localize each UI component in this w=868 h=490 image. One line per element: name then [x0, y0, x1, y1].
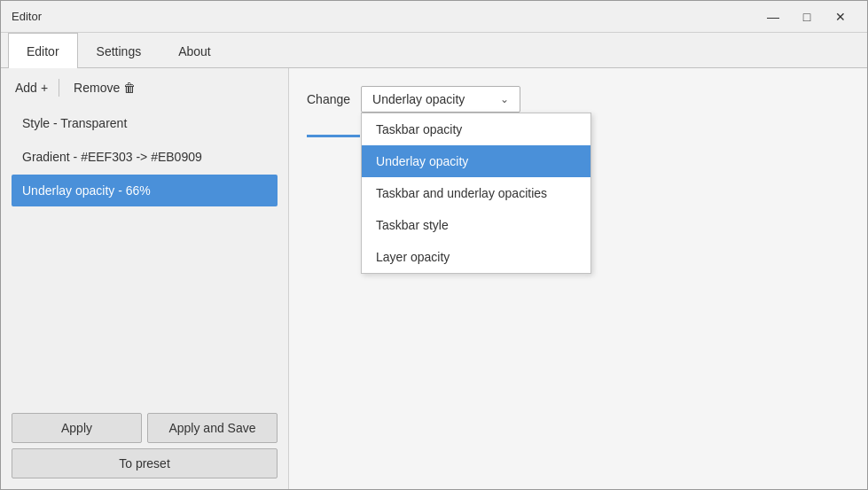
add-icon: + — [41, 81, 48, 95]
apply-button[interactable]: Apply — [12, 413, 142, 443]
dropdown-item-taskbar-underlay[interactable]: Taskbar and underlay opacities — [362, 177, 590, 209]
minimize-button[interactable]: — — [757, 6, 789, 27]
preset-button[interactable]: To preset — [12, 448, 278, 478]
apply-row: Apply Apply and Save — [12, 413, 278, 443]
add-label: Add — [15, 81, 37, 95]
action-buttons: Apply Apply and Save To preset — [12, 413, 278, 478]
content-area: Add + Remove 🗑 Style - Transparent Gradi… — [1, 68, 867, 489]
dropdown-item-taskbar-opacity[interactable]: Taskbar opacity — [362, 113, 590, 145]
remove-button[interactable]: Remove 🗑 — [66, 79, 143, 97]
add-button[interactable]: Add + — [12, 79, 51, 97]
tab-settings[interactable]: Settings — [78, 33, 160, 68]
trash-icon: 🗑 — [123, 81, 136, 95]
tab-bar: Editor Settings About — [1, 33, 867, 68]
window: Editor — □ ✕ Editor Settings About Add + — [0, 0, 868, 490]
main-area: Change Underlay opacity ⌄ Taskbar opacit… — [289, 68, 867, 489]
sidebar: Add + Remove 🗑 Style - Transparent Gradi… — [1, 68, 289, 489]
dropdown-selected-label: Underlay opacity — [372, 92, 465, 106]
apply-save-button[interactable]: Apply and Save — [147, 413, 278, 443]
chevron-down-icon: ⌄ — [500, 93, 509, 105]
remove-label: Remove — [74, 81, 120, 95]
change-label: Change — [307, 92, 350, 106]
dropdown-item-layer-opacity[interactable]: Layer opacity — [362, 241, 590, 273]
close-button[interactable]: ✕ — [825, 6, 856, 27]
list-item-gradient[interactable]: Gradient - #EEF303 -> #EB0909 — [12, 141, 278, 173]
window-title: Editor — [12, 10, 42, 23]
dropdown-item-underlay-opacity[interactable]: Underlay opacity — [362, 145, 590, 177]
dropdown-item-taskbar-style[interactable]: Taskbar style — [362, 209, 590, 241]
change-row: Change Underlay opacity ⌄ Taskbar opacit… — [307, 86, 849, 113]
items-list: Style - Transparent Gradient - #EEF303 -… — [12, 107, 278, 402]
value-line-indicator — [307, 135, 360, 137]
list-item-underlay[interactable]: Underlay opacity - 66% — [12, 175, 278, 206]
sidebar-toolbar: Add + Remove 🗑 — [12, 79, 278, 97]
toolbar-separator — [59, 79, 59, 97]
list-item-style[interactable]: Style - Transparent — [12, 107, 278, 139]
title-bar-controls: — □ ✕ — [757, 6, 856, 27]
dropdown-container: Underlay opacity ⌄ Taskbar opacity Under… — [361, 86, 520, 113]
tab-editor[interactable]: Editor — [8, 33, 78, 68]
maximize-button[interactable]: □ — [791, 6, 823, 27]
dropdown-menu: Taskbar opacity Underlay opacity Taskbar… — [361, 113, 591, 274]
title-bar: Editor — □ ✕ — [1, 1, 867, 33]
tab-about[interactable]: About — [160, 33, 230, 68]
change-dropdown-button[interactable]: Underlay opacity ⌄ — [361, 86, 520, 113]
